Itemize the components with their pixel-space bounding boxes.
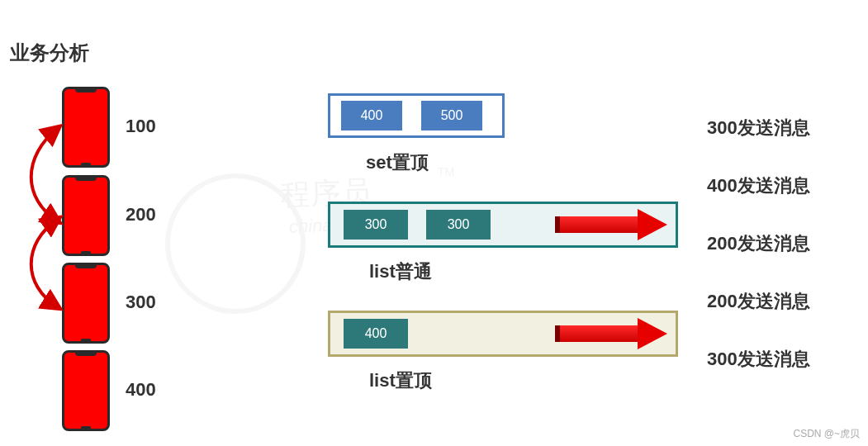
- connector-arrows: [18, 99, 76, 372]
- message-item: 200发送消息: [707, 231, 810, 256]
- phone-label: 300: [126, 292, 156, 313]
- page-title: 业务分析: [10, 40, 89, 66]
- phone-label: 400: [126, 379, 156, 401]
- arrow-right-icon: [555, 211, 671, 238]
- watermark-circle: [165, 173, 306, 314]
- list-normal-label: list普通: [369, 259, 432, 284]
- chip: 300: [344, 210, 408, 240]
- watermark-tm: TM: [438, 165, 454, 178]
- chip: 400: [344, 319, 408, 349]
- message-item: 300发送消息: [707, 116, 810, 140]
- message-item: 200发送消息: [707, 289, 810, 314]
- list-top-label: list置顶: [369, 368, 432, 393]
- phone-label: 200: [126, 204, 156, 225]
- phone-label: 100: [126, 116, 156, 137]
- chip: 300: [426, 210, 491, 240]
- chip: 400: [341, 101, 402, 130]
- message-item: 300发送消息: [707, 347, 810, 372]
- arrow-right-icon: [555, 320, 671, 347]
- footer-attribution: CSDN @~虎贝: [793, 427, 860, 441]
- set-top-label: set置顶: [366, 150, 429, 175]
- chip: 500: [421, 101, 482, 130]
- message-item: 400发送消息: [707, 173, 810, 198]
